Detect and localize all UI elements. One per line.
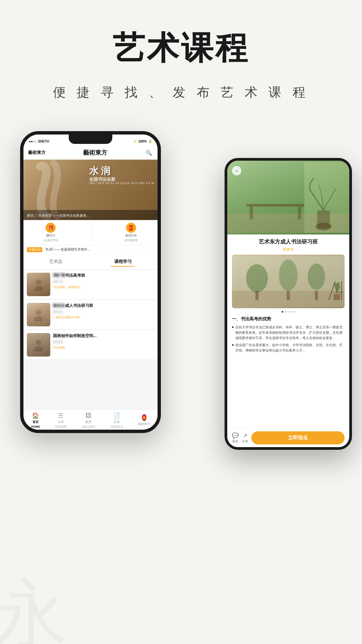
nav-gallery-label: 图库: [85, 420, 92, 424]
share-label: 分享: [242, 439, 248, 444]
phone-right-inner: ‹ 艺术东方成人书法研习班 陈肉东: [227, 161, 349, 447]
detail-hero-bg: [227, 161, 349, 234]
detail-scene-bg: [232, 255, 345, 308]
special-activity-bar[interactable]: 专题活动 "长风"——首届淮阴艺术馆中...: [23, 245, 158, 255]
detail-garden-svg: [232, 255, 345, 308]
banner[interactable]: 水 润 全国书法名家 SHUI RUN HUAI AN QUAN GUO SHU…: [23, 160, 158, 220]
svg-rect-24: [334, 294, 340, 300]
tab-course[interactable]: 课程学习: [111, 257, 135, 267]
dot-1: [282, 311, 283, 313]
nav-itemize[interactable]: ☰ 分类 ITEMIZE: [55, 412, 67, 428]
svg-rect-12: [317, 210, 330, 228]
content-point-2: 就业面广社会需求量大。如中小学校、大学书法院校、文联、文化馆、艺术馆、博物馆等企…: [232, 342, 345, 353]
dot-5: [294, 311, 295, 313]
course-item-3[interactable]: 国画创作如何制造空间... 某老师 专业国画: [23, 330, 158, 359]
dot-4: [291, 311, 292, 313]
nav-article-label: 文章: [114, 420, 120, 424]
nav-article-sublabel: ARTICLE: [110, 425, 123, 428]
svg-rect-20: [315, 291, 318, 300]
share-icon: ↗: [243, 432, 247, 439]
course-item-2[interactable]: 陈肉东成人书法研习班 陈肉东 1.如何从临摹古代碑...: [23, 300, 158, 329]
svg-point-3: [34, 316, 43, 321]
person-silhouette-2: [32, 308, 45, 321]
banner-caption-bar: 展讯｜"水润淮安"——全国书法名家邀请...: [23, 210, 158, 220]
detail-image-dots: [232, 311, 345, 313]
bullet-dot-2: [232, 344, 234, 346]
comment-action[interactable]: 💬 留言: [232, 432, 239, 444]
course-name-1: 周旷博书法高考班: [53, 273, 154, 278]
course-teacher-2: 陈肉东: [53, 310, 154, 314]
course-name-3: 国画创作如何制造空间...: [53, 333, 154, 339]
search-icon: 🔍: [145, 150, 152, 156]
svg-point-2: [36, 310, 41, 315]
detail-scene-svg: [227, 161, 349, 234]
svg-point-17: [279, 260, 298, 291]
phone-notch: [69, 135, 112, 144]
course-name-2: 陈肉东成人书法研习班: [53, 303, 154, 309]
svg-point-15: [246, 264, 268, 292]
course-thumb-1: [27, 273, 50, 296]
dot-2: [285, 311, 286, 313]
content-text-2: 就业面广社会需求量大。如中小学校、大学书法院校、文联、文化馆、艺术馆、博物馆等企…: [235, 342, 345, 353]
page-title: 艺术课程: [0, 27, 362, 70]
detail-body: 艺术东方成人书法研习班 陈肉东: [227, 234, 349, 428]
invite-icon: 🧧: [126, 223, 136, 233]
earn-points-label: 赚积分: [46, 233, 55, 238]
detail-content: 目前大学书法专业已形成从专科、本科、硕士、博士、博士后等一整套完整的教育体系。近…: [232, 325, 345, 424]
nav-gallery[interactable]: 🖼 图库 GALLERY: [82, 412, 96, 428]
dot-3: [288, 311, 289, 313]
bottom-nav: 🏠 首页 HOME ☰ 分类 ITEMIZE 🖼 图库 GALLERY 📄 文章: [23, 410, 158, 430]
course-list: 周旷博书法高考班 周旷博 书法国展、省展创作...: [23, 270, 158, 359]
course-teacher-3: 某老师: [53, 340, 154, 344]
detail-section-title: 一、书法高考的优势: [232, 316, 345, 322]
status-battery: ⚡ 100% 🔋: [133, 140, 152, 143]
itemize-icon: ☰: [58, 412, 63, 419]
article-icon: 📄: [113, 412, 120, 419]
nav-home[interactable]: 🏠 首页 HOME: [31, 412, 40, 428]
nav-itemize-sublabel: ITEMIZE: [55, 425, 67, 428]
share-action[interactable]: ↗ 分享: [242, 432, 248, 444]
svg-point-5: [34, 346, 43, 352]
course-info-3: 国画创作如何制造空间... 某老师 专业国画: [53, 333, 154, 350]
detail-footer: 💬 留言 ↗ 分享 立即报名: [227, 428, 349, 447]
comment-icon: 💬: [232, 432, 239, 439]
search-button[interactable]: 🔍: [145, 149, 153, 157]
app-logo: 藝術東方: [28, 150, 46, 156]
app-header: 藝術東方 藝術東方 🔍: [23, 147, 158, 160]
phone-right: ‹ 艺术东方成人书法研习班 陈肉东: [225, 158, 352, 450]
tab-art[interactable]: 艺术品: [46, 257, 66, 267]
nav-gallery-sublabel: GALLERY: [82, 425, 96, 428]
bg-watermark: 永: [0, 523, 362, 644]
bluetooth-icon: ⚡: [133, 140, 137, 143]
earn-points-icon: 🎁: [46, 223, 56, 233]
register-button[interactable]: 立即报名: [251, 431, 345, 444]
course-thumb-2: [27, 303, 50, 326]
svg-point-4: [36, 340, 41, 345]
course-info-1: 周旷博书法高考班 周旷博 书法国展、省展创作...: [53, 273, 154, 289]
phone-left-inner: ●●○○ SHETU 9:30 AM ⚡ 100% 🔋 藝術東方 藝術東方 🔍: [23, 135, 158, 430]
battery-icon: 🔋: [148, 140, 152, 143]
course-item[interactable]: 周旷博书法高考班 周旷博 书法国展、省展创作...: [23, 270, 158, 299]
action-earn-points[interactable]: 🎁 赚积分 0元购艺术品: [43, 223, 58, 242]
action-bar: 🎁 赚积分 0元购艺术品 🧧 邀请好友 成功邀请奖: [23, 220, 158, 245]
person-silhouette-3: [32, 338, 45, 352]
title-section: 艺术课程 便 捷 寻 找 、 发 布 艺 术 课 程: [0, 0, 362, 114]
home-icon: 🏠: [32, 412, 39, 419]
nav-itemize-label: 分类: [58, 420, 64, 424]
back-button[interactable]: ‹: [232, 166, 241, 175]
detail-title: 艺术东方成人书法研习班: [232, 238, 345, 246]
action-invite-friend[interactable]: 🧧 邀请好友 成功邀请奖: [124, 223, 138, 242]
svg-rect-7: [227, 214, 349, 233]
nav-article[interactable]: 📄 文章 ARTICLE: [110, 412, 123, 428]
course-info-2: 陈肉东成人书法研习班 陈肉东 1.如何从临摹古代碑...: [53, 303, 154, 320]
svg-rect-9: [250, 207, 253, 219]
course-desc-1: 书法国展、省展创作...: [53, 285, 154, 289]
svg-point-0: [36, 279, 41, 285]
status-signal: ●●○○ SHETU: [29, 140, 49, 143]
app-title: 藝術東方: [83, 149, 107, 157]
nav-profile[interactable]: 🏮 藝術東方: [138, 414, 150, 426]
content-text-1: 目前大学书法专业已形成从专科、本科、硕士、博士、博士后等一整套完整的教育体系。近…: [235, 325, 345, 341]
nav-home-sublabel: HOME: [31, 425, 40, 428]
svg-rect-8: [246, 204, 304, 207]
phone-left: ●●○○ SHETU 9:30 AM ⚡ 100% 🔋 藝術東方 藝術東方 🔍: [20, 131, 161, 433]
